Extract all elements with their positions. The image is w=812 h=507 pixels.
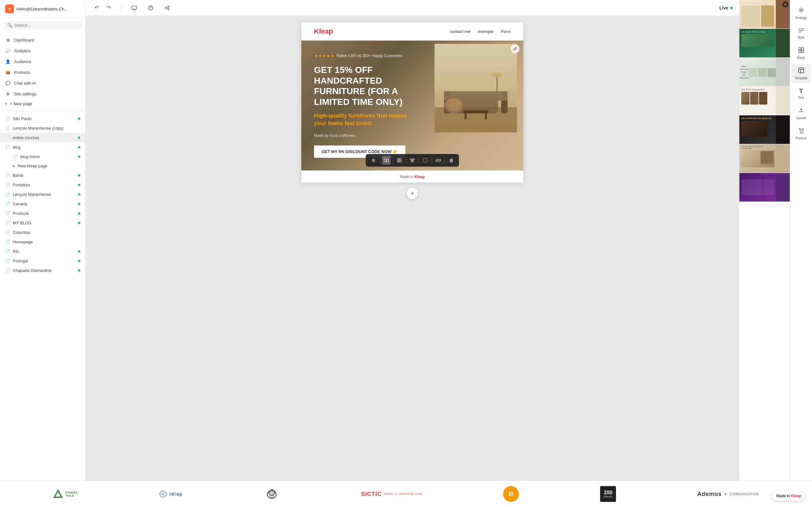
page-label: Homepage <box>13 239 33 244</box>
svg-point-2 <box>150 9 151 9</box>
template-thumb-burger-alt[interactable] <box>776 115 790 144</box>
live-status-dot <box>730 7 733 9</box>
template-thumb-purple[interactable] <box>740 173 776 202</box>
template-thumb-yoga-alt[interactable] <box>776 58 790 86</box>
edit-hero-button[interactable] <box>511 44 519 53</box>
nav-link-form[interactable]: Form <box>501 29 511 34</box>
idiap-icon <box>159 490 167 498</box>
page-label: Rio <box>13 249 19 254</box>
search-box[interactable]: 🔍 <box>4 20 82 30</box>
status-dot <box>78 156 80 158</box>
undo-button[interactable] <box>92 3 102 13</box>
sidebar-item-chat-ai[interactable]: 💬 Chat with AI <box>0 78 85 89</box>
right-panel-icon-bar: Settings Style <box>790 0 812 481</box>
toolbar-settings-btn[interactable]: ⚙ <box>369 156 378 165</box>
svg-rect-34 <box>799 50 801 53</box>
account-selector[interactable]: H Hello@Extraordinaires.Ch... <box>4 3 82 15</box>
toolbar-border-btn[interactable] <box>421 156 430 165</box>
svg-point-41 <box>160 491 166 497</box>
block-panel-icon <box>798 47 804 55</box>
page-item-online-courses[interactable]: 📄 online courses <box>0 133 85 142</box>
template-thumb-yoga[interactable]: Des cours de Yoga sur mesures <box>740 58 776 86</box>
template-thumb-tarifs-alt[interactable] <box>776 87 790 115</box>
svg-marker-39 <box>54 490 62 498</box>
page-item-lencois[interactable]: 📄 Lençois Maranhense <box>0 189 85 199</box>
toolbar-delete-btn[interactable]: 🗑 <box>447 156 456 165</box>
close-template-button[interactable]: ✕ <box>782 1 789 8</box>
text-panel-button[interactable]: T Text <box>792 84 811 103</box>
search-input[interactable] <box>14 23 78 27</box>
page-item-chapada[interactable]: 📄 Chapada Diamantina <box>0 266 85 275</box>
template-thumb-furniture[interactable]: IT'S ALL ABOUT QUALITY FURNITURE <box>740 144 776 173</box>
help-button[interactable] <box>146 3 156 13</box>
block-panel-button[interactable]: Block <box>792 44 811 63</box>
page-item-portugal[interactable]: 📄 Portugal <box>0 256 85 266</box>
made-by-text: Made in Kleap <box>400 175 425 179</box>
svg-point-5 <box>168 9 169 10</box>
sidebar-item-analytics[interactable]: 📈 Analytics <box>0 45 85 56</box>
page-item-products-page[interactable]: 📄 Products <box>0 209 85 218</box>
template-thumb-tarifs[interactable]: Des Tarifs Transparents <box>740 87 776 115</box>
canvas-area[interactable]: Kleap contact me exemple Form ★★★★★ Rate… <box>86 16 739 481</box>
page-item-blog[interactable]: 📄 blog <box>0 142 85 152</box>
svg-rect-35 <box>802 50 804 53</box>
page-icon: 📄 <box>5 249 10 254</box>
divider <box>121 4 121 12</box>
toolbar-layout-btn[interactable] <box>382 156 391 165</box>
sidebar-item-dashboard[interactable]: ⊞ Dashboard <box>0 35 85 45</box>
desktop-icon <box>131 6 137 10</box>
page-icon: 📄 <box>5 145 10 150</box>
products-icon: 📦 <box>5 69 11 75</box>
share-button[interactable] <box>162 3 172 13</box>
align-icon <box>410 158 415 162</box>
product-panel-button[interactable]: Product <box>792 124 811 143</box>
template-thumb-green-alt[interactable] <box>776 29 790 57</box>
page-item-my-blog[interactable]: 📄 MY BLOG <box>0 218 85 228</box>
template-thumb-1[interactable]: ───────── <box>740 0 776 29</box>
page-item-rio[interactable]: 📄 Rio <box>0 246 85 256</box>
page-item-lencois-copy[interactable]: 📄 Lençois Maranhense (copy) <box>0 123 85 133</box>
page-item-fortaleza[interactable]: 📄 Fortaleza <box>0 180 85 189</box>
style-panel-button[interactable]: Style <box>792 24 811 43</box>
kleap-brand[interactable]: Kleap <box>415 175 425 179</box>
template-thumb-furniture-alt[interactable] <box>776 144 790 173</box>
block-panel-label: Block <box>797 56 805 60</box>
page-item-homepage[interactable]: 📄 Homepage <box>0 237 85 246</box>
sidebar-item-site-settings[interactable]: ⚙ Site settings <box>0 89 85 99</box>
toolbar-align-btn[interactable] <box>408 156 417 165</box>
upload-panel-button[interactable]: Upload <box>792 104 811 123</box>
idiap-text: idiap <box>169 492 183 497</box>
add-section-button[interactable]: + <box>407 187 418 199</box>
template-thumb-purple-alt[interactable] <box>776 173 790 202</box>
page-item-new-kleap[interactable]: ▶ New kleap page <box>0 161 85 170</box>
page-label: Columbia <box>13 230 30 235</box>
sidebar-item-products[interactable]: 📦 Products <box>0 67 85 78</box>
undo-icon <box>95 5 100 10</box>
live-badge[interactable]: Live <box>719 5 733 10</box>
page-item-sao-paulo[interactable]: 📄 São Paulo <box>0 114 85 123</box>
page-item-bahia[interactable]: 📄 Bahia <box>0 170 85 180</box>
redo-button[interactable] <box>103 3 113 13</box>
toolbar-grid-btn[interactable] <box>395 156 404 165</box>
toolbar-wide-btn[interactable] <box>434 156 443 165</box>
template-panel-button[interactable]: Template <box>792 64 811 83</box>
nav-link-exemple[interactable]: exemple <box>478 29 494 34</box>
page-label: blog-home <box>20 154 40 159</box>
preview-button[interactable] <box>129 3 139 13</box>
nav-link-contact[interactable]: contact me <box>450 29 470 34</box>
rating-text: Rated 4.8/5 by 200+ Happy Customers <box>337 54 403 58</box>
daniel-yule-logo <box>53 489 63 499</box>
settings-panel-button[interactable]: Settings <box>792 4 811 23</box>
r-mark-letter: R <box>509 491 513 498</box>
page-label: Lençois Maranhense <box>13 192 51 197</box>
template-thumb-green[interactable]: Un Studio fait pour Vous <box>740 29 776 57</box>
page-item-canada[interactable]: 📄 Canada <box>0 199 85 209</box>
svg-point-37 <box>800 132 801 133</box>
brand-r-mark: R <box>503 486 519 502</box>
template-thumb-burger[interactable]: DES BURGERS DE QUALITÉ <box>740 115 776 144</box>
sidebar-search-section: 🔍 <box>0 18 85 32</box>
page-item-columbia[interactable]: 📄 Columbia <box>0 228 85 237</box>
sidebar-item-audience[interactable]: 👤 Audience <box>0 56 85 67</box>
new-page-button[interactable]: + + New page <box>0 99 85 108</box>
page-item-blog-home[interactable]: 📄 blog-home <box>0 152 85 161</box>
